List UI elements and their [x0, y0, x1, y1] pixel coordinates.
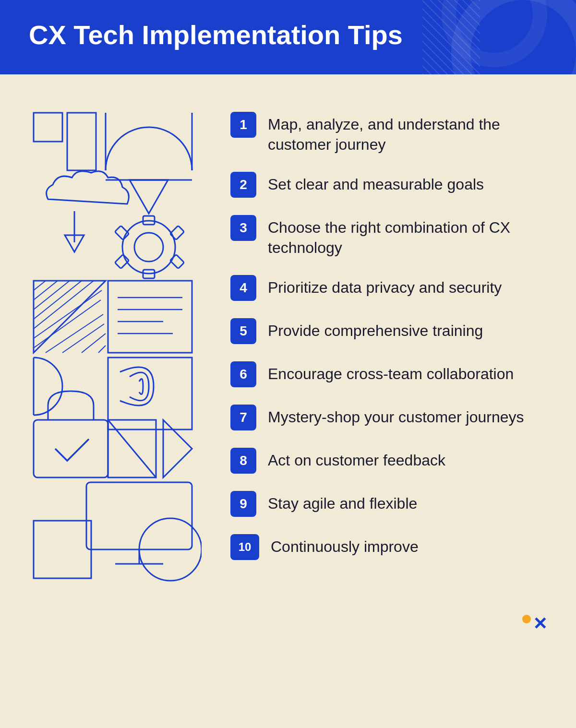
svg-marker-4: [130, 180, 168, 214]
item-number: 2: [230, 172, 256, 198]
svg-line-24: [34, 300, 101, 348]
item-text: Encourage cross-team collaboration: [268, 361, 514, 384]
svg-line-19: [34, 281, 58, 300]
svg-line-22: [34, 281, 94, 329]
list-item: 8Act on customer feedback: [230, 439, 547, 482]
item-text: Choose the right combination of CX techn…: [268, 215, 547, 258]
brand-x-icon: ✕: [533, 614, 547, 634]
tips-list: 1Map, analyze, and understand the custom…: [230, 103, 547, 569]
svg-line-26: [62, 324, 104, 353]
list-item: 6Encourage cross-team collaboration: [230, 353, 547, 396]
list-item: 2Set clear and measurable goals: [230, 163, 547, 206]
list-item: 1Map, analyze, and understand the custom…: [230, 103, 547, 163]
list-item: 4Prioritize data privacy and security: [230, 266, 547, 310]
svg-line-18: [34, 281, 46, 290]
svg-rect-16: [170, 254, 184, 269]
item-text: Continuously improve: [271, 534, 419, 557]
item-text: Prioritize data privacy and security: [268, 275, 502, 298]
svg-rect-40: [86, 482, 192, 549]
item-text: Map, analyze, and understand the custome…: [268, 112, 547, 155]
svg-point-9: [122, 221, 175, 274]
footer: ✕: [0, 614, 576, 653]
svg-rect-1: [67, 113, 96, 170]
list-item: 7Mystery-shop your customer journeys: [230, 396, 547, 439]
item-text: Stay agile and flexible: [268, 491, 417, 514]
list-item: 3Choose the right combination of CX tech…: [230, 206, 547, 266]
svg-marker-39: [163, 420, 192, 477]
svg-rect-43: [34, 521, 91, 578]
item-text: Mystery-shop your customer journeys: [268, 405, 524, 428]
main-content: 1Map, analyze, and understand the custom…: [0, 74, 576, 614]
svg-rect-36: [34, 420, 108, 477]
svg-rect-0: [34, 113, 62, 142]
item-text: Set clear and measurable goals: [268, 172, 484, 195]
svg-line-27: [82, 334, 106, 353]
item-number: 6: [230, 361, 256, 387]
svg-line-28: [98, 346, 106, 353]
illustration-panel: [19, 103, 202, 585]
list-item: 9Stay agile and flexible: [230, 482, 547, 525]
item-number: 10: [230, 534, 259, 560]
item-text: Provide comprehensive training: [268, 318, 483, 341]
item-text: Act on customer feedback: [268, 448, 445, 471]
header: CX Tech Implementation Tips: [0, 0, 576, 74]
svg-line-38: [108, 420, 156, 477]
item-number: 9: [230, 491, 256, 517]
svg-rect-14: [170, 226, 184, 240]
item-number: 3: [230, 215, 256, 241]
item-number: 1: [230, 112, 256, 138]
list-item: 10Continuously improve: [230, 525, 547, 569]
list-item: 5Provide comprehensive training: [230, 310, 547, 353]
svg-line-23: [34, 290, 102, 338]
item-number: 7: [230, 405, 256, 430]
svg-rect-29: [108, 281, 192, 353]
brand-dot: [522, 615, 531, 623]
item-number: 5: [230, 318, 256, 344]
svg-line-21: [34, 281, 82, 319]
svg-point-10: [134, 233, 163, 262]
brand-logo: ✕: [522, 614, 547, 634]
item-number: 4: [230, 275, 256, 301]
page-title: CX Tech Implementation Tips: [29, 19, 547, 50]
cx-illustration: [19, 103, 202, 583]
item-number: 8: [230, 448, 256, 474]
svg-rect-35: [108, 358, 192, 430]
